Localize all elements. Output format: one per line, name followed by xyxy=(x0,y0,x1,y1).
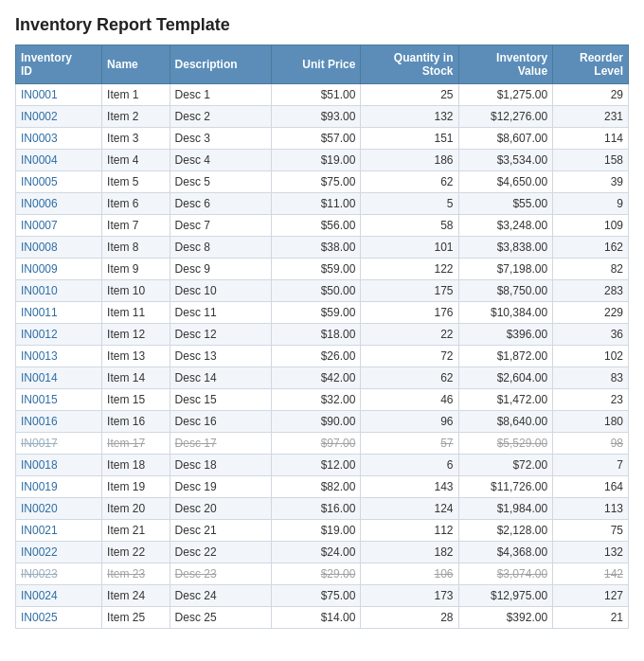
cell-desc: Desc 9 xyxy=(170,259,272,280)
cell-desc: Desc 10 xyxy=(170,280,272,302)
cell-qty: 122 xyxy=(361,259,458,280)
cell-value: $8,607.00 xyxy=(458,128,553,150)
table-row: IN0024Item 24Desc 24$75.00173$12,975.001… xyxy=(16,585,629,607)
cell-qty: 106 xyxy=(361,563,458,585)
cell-id: IN0019 xyxy=(16,476,102,498)
cell-reorder: 82 xyxy=(553,259,629,280)
table-row: IN0019Item 19Desc 19$82.00143$11,726.001… xyxy=(16,476,629,498)
cell-price: $24.00 xyxy=(272,542,361,563)
cell-name: Item 19 xyxy=(102,476,170,498)
cell-name: Item 11 xyxy=(102,302,170,324)
cell-id: IN0018 xyxy=(16,455,102,476)
cell-id: IN0002 xyxy=(16,106,102,128)
cell-name: Item 20 xyxy=(102,498,170,520)
cell-reorder: 158 xyxy=(553,150,629,171)
cell-reorder: 142 xyxy=(553,563,629,585)
cell-id: IN0011 xyxy=(16,302,102,324)
cell-price: $16.00 xyxy=(272,498,361,520)
cell-reorder: 21 xyxy=(553,607,629,629)
cell-qty: 57 xyxy=(361,433,458,455)
cell-desc: Desc 6 xyxy=(170,193,272,215)
cell-price: $29.00 xyxy=(272,563,361,585)
cell-value: $4,368.00 xyxy=(458,542,553,563)
cell-value: $2,604.00 xyxy=(458,367,553,389)
cell-name: Item 22 xyxy=(102,542,170,563)
cell-desc: Desc 7 xyxy=(170,215,272,237)
cell-id: IN0025 xyxy=(16,607,102,629)
cell-qty: 124 xyxy=(361,498,458,520)
cell-name: Item 13 xyxy=(102,346,170,367)
table-row: IN0016Item 16Desc 16$90.0096$8,640.00180 xyxy=(16,411,629,433)
cell-qty: 186 xyxy=(361,150,458,171)
cell-name: Item 15 xyxy=(102,389,170,411)
cell-price: $19.00 xyxy=(272,150,361,171)
cell-desc: Desc 13 xyxy=(170,346,272,367)
cell-id: IN0006 xyxy=(16,193,102,215)
cell-desc: Desc 2 xyxy=(170,106,272,128)
table-row: IN0018Item 18Desc 18$12.006$72.007 xyxy=(16,455,629,476)
cell-reorder: 102 xyxy=(553,346,629,367)
cell-price: $75.00 xyxy=(272,171,361,193)
cell-desc: Desc 23 xyxy=(170,563,272,585)
cell-qty: 132 xyxy=(361,106,458,128)
table-row: IN0010Item 10Desc 10$50.00175$8,750.0028… xyxy=(16,280,629,302)
cell-price: $38.00 xyxy=(272,237,361,259)
cell-value: $7,198.00 xyxy=(458,259,553,280)
cell-name: Item 25 xyxy=(102,607,170,629)
cell-qty: 46 xyxy=(361,389,458,411)
cell-name: Item 3 xyxy=(102,128,170,150)
cell-price: $11.00 xyxy=(272,193,361,215)
table-row: IN0020Item 20Desc 20$16.00124$1,984.0011… xyxy=(16,498,629,520)
cell-desc: Desc 1 xyxy=(170,84,272,106)
cell-price: $90.00 xyxy=(272,411,361,433)
cell-qty: 62 xyxy=(361,171,458,193)
cell-id: IN0003 xyxy=(16,128,102,150)
cell-price: $75.00 xyxy=(272,585,361,607)
cell-id: IN0021 xyxy=(16,520,102,542)
cell-desc: Desc 21 xyxy=(170,520,272,542)
table-row: IN0013Item 13Desc 13$26.0072$1,872.00102 xyxy=(16,346,629,367)
cell-price: $50.00 xyxy=(272,280,361,302)
cell-qty: 62 xyxy=(361,367,458,389)
col-header-name: Name xyxy=(102,45,170,84)
cell-reorder: 39 xyxy=(553,171,629,193)
cell-price: $51.00 xyxy=(272,84,361,106)
inventory-table: InventoryID Name Description Unit Price … xyxy=(15,45,629,629)
cell-id: IN0014 xyxy=(16,367,102,389)
cell-desc: Desc 4 xyxy=(170,150,272,171)
table-row: IN0005Item 5Desc 5$75.0062$4,650.0039 xyxy=(16,171,629,193)
cell-id: IN0010 xyxy=(16,280,102,302)
cell-id: IN0015 xyxy=(16,389,102,411)
cell-value: $396.00 xyxy=(458,324,553,346)
col-header-value: InventoryValue xyxy=(458,45,553,84)
cell-price: $32.00 xyxy=(272,389,361,411)
table-row: IN0009Item 9Desc 9$59.00122$7,198.0082 xyxy=(16,259,629,280)
col-header-reorder: ReorderLevel xyxy=(553,45,629,84)
cell-id: IN0004 xyxy=(16,150,102,171)
cell-value: $1,872.00 xyxy=(458,346,553,367)
cell-price: $19.00 xyxy=(272,520,361,542)
table-row: IN0012Item 12Desc 12$18.0022$396.0036 xyxy=(16,324,629,346)
cell-value: $55.00 xyxy=(458,193,553,215)
cell-price: $12.00 xyxy=(272,455,361,476)
cell-desc: Desc 14 xyxy=(170,367,272,389)
cell-value: $72.00 xyxy=(458,455,553,476)
cell-qty: 22 xyxy=(361,324,458,346)
table-row: IN0023Item 23Desc 23$29.00106$3,074.0014… xyxy=(16,563,629,585)
cell-id: IN0013 xyxy=(16,346,102,367)
cell-qty: 58 xyxy=(361,215,458,237)
cell-price: $97.00 xyxy=(272,433,361,455)
cell-name: Item 4 xyxy=(102,150,170,171)
cell-value: $11,726.00 xyxy=(458,476,553,498)
cell-qty: 176 xyxy=(361,302,458,324)
cell-qty: 96 xyxy=(361,411,458,433)
col-header-qty: Quantity inStock xyxy=(361,45,458,84)
cell-value: $2,128.00 xyxy=(458,520,553,542)
cell-value: $8,750.00 xyxy=(458,280,553,302)
cell-value: $3,534.00 xyxy=(458,150,553,171)
cell-qty: 25 xyxy=(361,84,458,106)
cell-reorder: 9 xyxy=(553,193,629,215)
cell-id: IN0023 xyxy=(16,563,102,585)
cell-name: Item 21 xyxy=(102,520,170,542)
cell-reorder: 114 xyxy=(553,128,629,150)
